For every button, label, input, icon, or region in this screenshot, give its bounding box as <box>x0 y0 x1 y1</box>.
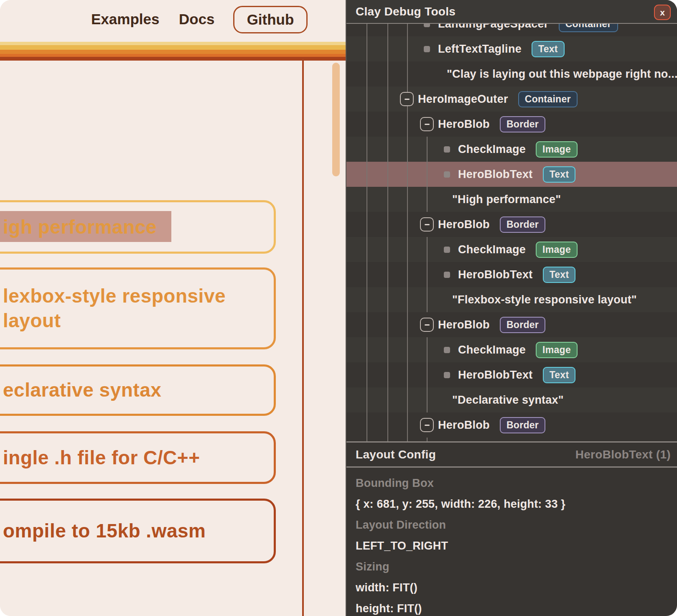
tree-node-CheckImage[interactable]: CheckImageImage <box>346 337 677 362</box>
page-divider-line <box>302 61 304 616</box>
accent-stripe-band <box>0 54 346 57</box>
config-field-label: Sizing <box>356 556 673 577</box>
minus-icon <box>425 324 430 326</box>
nav-link-docs[interactable]: Docs <box>179 11 215 28</box>
tree-node-HeroBlobText[interactable]: HeroBlobTextText <box>346 162 677 187</box>
feature-blob: igh performance <box>0 200 276 254</box>
element-type-badge: Text <box>532 41 565 57</box>
tree-indent-guide <box>387 23 388 441</box>
element-type-badge: Text <box>543 267 576 283</box>
config-field-value: width: FIT() <box>356 577 673 598</box>
leaf-bullet-icon <box>444 171 450 178</box>
element-name[interactable]: HeroBlob <box>438 218 490 231</box>
tree-node-HeroBlob[interactable]: HeroBlobBorder <box>346 412 677 438</box>
tree-text-content: "Flexbox-style responsive layout" <box>346 287 677 312</box>
tree-text-content: "Declarative syntax" <box>346 387 677 412</box>
collapse-toggle-icon[interactable] <box>400 92 414 106</box>
text-content-preview: "Flexbox-style responsive layout" <box>452 287 637 312</box>
layout-config-body: Bounding Box{ x: 681, y: 255, width: 226… <box>356 473 673 616</box>
config-field-value: LEFT_TO_RIGHT <box>356 535 673 556</box>
page-scrollbar-thumb[interactable] <box>332 63 340 176</box>
leaf-bullet-icon <box>444 372 450 378</box>
tree-node-CheckImage[interactable]: CheckImageImage <box>346 137 677 162</box>
element-type-badge: Border <box>500 116 545 132</box>
accent-stripe-band <box>0 50 346 54</box>
collapse-toggle-icon[interactable] <box>420 117 434 131</box>
tree-node-HeroBlob[interactable]: HeroBlobBorder <box>346 312 677 337</box>
leaf-bullet-icon <box>424 46 430 52</box>
element-name[interactable]: HeroBlobText <box>458 168 533 181</box>
divider <box>346 466 677 468</box>
element-name[interactable]: HeroBlob <box>438 118 490 131</box>
collapse-toggle-icon[interactable] <box>420 318 434 332</box>
clay-debug-panel: LandingPageSpacerContainerLeftTextTaglin… <box>346 0 677 616</box>
tree-indent-guide <box>427 337 428 412</box>
collapse-toggle-icon[interactable] <box>420 418 434 432</box>
tree-indent-guide <box>427 137 428 212</box>
selected-element-label: HeroBlobText (1) <box>575 443 671 466</box>
debug-panel-title: Clay Debug Tools <box>356 0 456 23</box>
leaf-bullet-icon <box>444 146 450 153</box>
tree-text-content: "Clay is laying out this webpage right n… <box>346 61 677 87</box>
website-page: Examples Docs Github igh performancelexb… <box>0 0 346 616</box>
element-name[interactable]: CheckImage <box>458 143 526 156</box>
element-type-badge: Text <box>543 367 576 383</box>
tree-indent-guide <box>407 23 408 441</box>
element-type-badge: Image <box>536 141 578 158</box>
element-name[interactable]: CheckImage <box>458 344 526 356</box>
leaf-bullet-icon <box>444 347 450 353</box>
text-content-preview: "Clay is laying out this webpage right n… <box>447 61 677 87</box>
close-icon[interactable]: x <box>654 5 671 20</box>
element-type-badge: Text <box>543 166 576 183</box>
element-name[interactable]: CheckImage <box>458 243 526 256</box>
github-button[interactable]: Github <box>233 6 308 33</box>
feature-blob: lexbox-style responsive layout <box>0 267 276 349</box>
tree-indent-guide <box>427 438 428 441</box>
element-type-badge: Border <box>500 216 545 233</box>
minus-icon <box>425 425 430 426</box>
tree-node-HeroBlob[interactable]: HeroBlobBorder <box>346 212 677 237</box>
tree-indent-guide <box>366 23 367 441</box>
element-name[interactable]: HeroImageOuter <box>418 93 508 106</box>
collapse-toggle-icon[interactable] <box>420 217 434 232</box>
accent-stripe-band <box>0 42 346 45</box>
feature-blob: ingle .h file for C/C++ <box>0 431 276 484</box>
tree-node-HeroBlobText[interactable]: HeroBlobTextText <box>346 362 677 387</box>
feature-blob: eclarative syntax <box>0 364 276 416</box>
element-name[interactable]: HeroBlobText <box>458 369 533 382</box>
nav-link-examples[interactable]: Examples <box>91 11 159 28</box>
element-name[interactable]: LeftTextTagline <box>438 43 522 56</box>
text-content-preview: "Declarative syntax" <box>452 387 564 412</box>
feature-blob: ompile to 15kb .wasm <box>0 499 276 563</box>
accent-stripe-band <box>0 57 346 61</box>
element-type-badge: Image <box>536 242 578 258</box>
feature-blob-text: ingle .h file for C/C++ <box>3 445 200 470</box>
minus-icon <box>425 224 430 225</box>
tree-indent-guide <box>427 237 428 312</box>
leaf-bullet-icon <box>444 247 450 253</box>
element-type-badge: Border <box>500 417 545 433</box>
tree-node-CheckImage[interactable]: CheckImageImage <box>346 237 677 262</box>
element-name[interactable]: HeroBlob <box>438 318 490 331</box>
feature-blob-text: ompile to 15kb .wasm <box>3 519 206 543</box>
element-name[interactable]: HeroBlob <box>438 419 490 432</box>
tree-node-LeftTextTagline[interactable]: LeftTextTaglineText <box>346 36 677 61</box>
element-tree: LandingPageSpacerContainerLeftTextTaglin… <box>346 0 677 441</box>
element-type-badge: Border <box>500 317 545 333</box>
layout-config-header: Layout Config HeroBlobText (1) <box>346 443 677 466</box>
debug-panel-header: Clay Debug Tools x <box>346 0 677 24</box>
feature-blob-text: igh performance <box>3 215 157 239</box>
feature-blob-text: eclarative syntax <box>3 378 161 402</box>
leaf-bullet-icon <box>444 272 450 278</box>
element-type-badge: Image <box>536 342 578 358</box>
element-name[interactable]: HeroBlobText <box>458 268 533 281</box>
tree-node-HeroImageOuter[interactable]: HeroImageOuterContainer <box>346 87 677 112</box>
tree-node-HeroBlobText[interactable]: HeroBlobTextText <box>346 262 677 287</box>
config-field-value: height: FIT() <box>356 598 673 616</box>
feature-blob-text: lexbox-style responsive layout <box>3 284 254 333</box>
config-field-value: { x: 681, y: 255, width: 226, height: 33… <box>356 494 673 514</box>
config-field-label: Bounding Box <box>356 473 673 494</box>
tree-node-HeroBlob[interactable]: HeroBlobBorder <box>346 112 677 137</box>
minus-icon <box>405 99 410 100</box>
config-field-label: Layout Direction <box>356 514 673 535</box>
